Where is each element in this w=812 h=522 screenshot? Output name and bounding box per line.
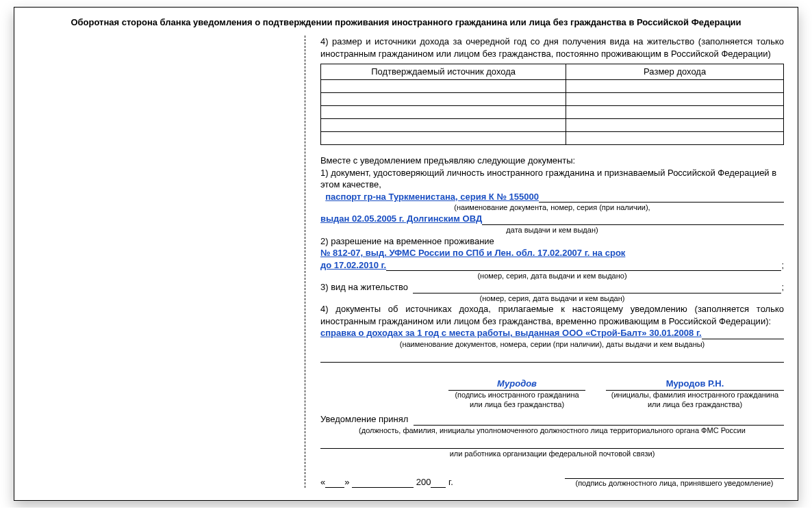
income-col-source: Подтверждаемый источник дохода [321, 64, 566, 80]
applicant-name: Муродов Р.Н. [606, 378, 784, 391]
doc2-value-cont: до 17.02.2010 г. [320, 259, 386, 272]
tearoff-stub [28, 36, 305, 488]
date-year-prefix: 200 [416, 476, 431, 488]
table-row [321, 119, 784, 132]
doc2-hint: (номер, серия, дата выдачи и кем выдано) [320, 271, 784, 281]
doc4-hint: (наименование документов, номера, серии … [320, 339, 784, 350]
date-month-field [352, 478, 414, 488]
table-row [321, 106, 784, 119]
table-row [321, 93, 784, 106]
date-row: « » 200 г. (подпись должностного лица, п… [320, 469, 784, 488]
date-quote-close: » [344, 476, 349, 488]
accepted-row: Уведомление принял [320, 413, 784, 426]
date-quote-open: « [320, 476, 325, 488]
body-wrap: 4) размер и источники дохода за очередно… [28, 36, 784, 488]
official-signature-line [565, 469, 784, 479]
applicant-name-caption: (инициалы, фамилия иностранного граждани… [606, 391, 784, 408]
doc1-hint: (наименование документа, номер, серия (п… [320, 203, 784, 213]
table-row [321, 80, 784, 93]
doc1-label: 1) документ, удостоверяющий личность ино… [320, 167, 784, 191]
date-day-field [325, 478, 344, 488]
signature-block: Муродов (подпись иностранного гражданина… [320, 378, 784, 409]
income-table: Подтверждаемый источник дохода Размер до… [320, 64, 784, 145]
doc4-label: 4) документы об источниках дохода, прила… [320, 303, 784, 327]
accepted-hint: (должность, фамилия, инициалы уполномоче… [320, 426, 784, 436]
official-signature-caption: (подпись должностного лица, принявшего у… [565, 479, 784, 488]
doc1-line2: выдан 02.05.2005 г. Долгинским ОВД [320, 213, 482, 225]
doc3-label: 3) вид на жительство [320, 281, 408, 293]
date-year-field [431, 478, 446, 488]
accepted-label: Уведомление принял [320, 413, 414, 426]
doc2-label: 2) разрешение на временное проживание [320, 235, 494, 248]
applicant-signature-caption: (подпись иностранного гражданинаили лица… [448, 391, 585, 408]
page-title: Оборотная сторона бланка уведомления о п… [28, 17, 784, 27]
applicant-signature: Муродов [448, 378, 585, 391]
accepted-hint2: или работника организации федеральной по… [320, 449, 784, 459]
doc3-hint: (номер, серия, дата выдачи и кем выдан) [320, 293, 784, 304]
table-row [321, 132, 784, 145]
doc1-value: паспорт гр-на Туркменистана, серия К № 1… [325, 191, 539, 203]
section-4-label: 4) размер и источники дохода за очередно… [320, 36, 784, 60]
main-content: 4) размер и источники дохода за очередно… [305, 36, 784, 488]
doc2-value-prefix: № 812-07, выд. УФМС России по СПб и Лен.… [320, 247, 625, 259]
docs-intro: Вместе с уведомлением предъявляю следующ… [320, 155, 784, 167]
doc4-value: справка о доходах за 1 год с места работ… [320, 327, 702, 339]
doc1-hint2: дата выдачи и кем выдан) [320, 225, 784, 235]
date-year-suffix: г. [448, 476, 453, 488]
income-col-amount: Размер дохода [566, 64, 784, 80]
document-page: Оборотная сторона бланка уведомления о п… [14, 7, 798, 501]
